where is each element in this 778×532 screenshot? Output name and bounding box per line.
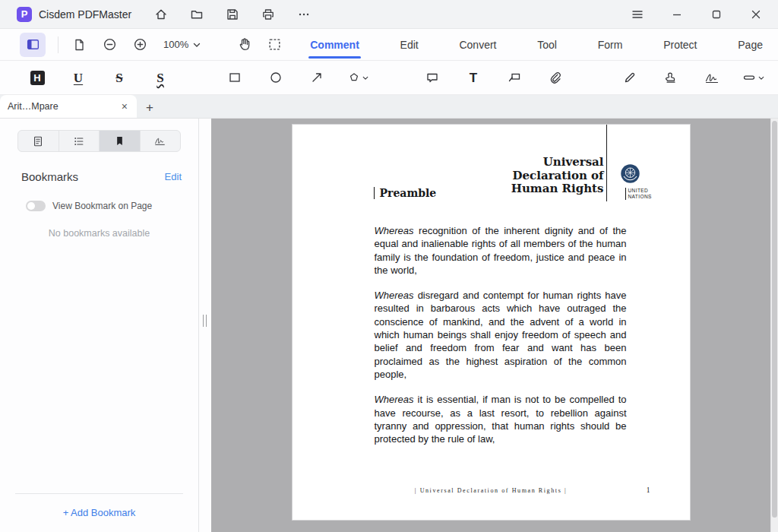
paragraph: Whereas it is essential, if man is not t… [375,393,627,445]
page-preview-button[interactable] [66,33,92,57]
save-button[interactable] [221,3,244,26]
more-options-button[interactable] [293,3,315,26]
view-bookmark-toggle[interactable] [26,201,46,211]
document-title: Universal Declaration of Human Rights [511,156,604,196]
rectangle-icon [228,71,242,84]
rectangle-tool-button[interactable] [223,65,246,90]
tab-convert[interactable]: Convert [454,29,501,60]
tab-form[interactable]: Form [593,29,628,60]
sidebar-panel-icon [26,37,40,52]
sidebar-header: Bookmarks Edit [21,170,182,183]
sidebar-gutter [199,119,211,532]
un-label-line: UNITED [628,188,652,194]
signature-panel-button[interactable] [141,131,181,151]
signature-tool-button[interactable] [701,65,723,90]
tab-comment[interactable]: Comment [305,29,364,60]
tab-page[interactable]: Page [733,29,767,60]
sidebar-resize-handle[interactable] [203,315,207,327]
callout-tool-button[interactable] [503,65,526,90]
outline-panel-button[interactable] [59,131,100,151]
arrow-tool-button[interactable] [305,65,328,90]
hamburger-icon [631,8,644,21]
open-file-button[interactable] [185,3,208,26]
strikethrough-tool-button[interactable]: S [108,65,131,90]
close-tab-icon[interactable]: × [122,101,128,112]
note-tool-button[interactable] [421,65,444,90]
text-tool-button[interactable]: T [462,65,485,90]
home-button[interactable] [150,3,172,26]
document-body: Whereas recognition of the inherent dign… [375,224,627,458]
tab-protect[interactable]: Protect [659,29,701,60]
hand-icon [237,37,251,52]
text-tool-icon: T [470,71,477,84]
document-title-line: Declaration of [511,169,604,183]
sidebar-panel-switcher [17,130,181,152]
more-dots-icon [297,8,311,21]
zoom-in-button[interactable] [127,33,153,57]
maximize-button[interactable] [705,3,728,26]
edit-bookmarks-link[interactable]: Edit [165,171,182,182]
app-window: P Cisdem PDFMaster [0,0,778,532]
zoom-out-button[interactable] [96,33,122,57]
page-footer: | Universal Declaration of Human Rights … [293,487,690,494]
document-title-line: Human Rights [511,182,604,196]
select-area-button[interactable] [261,33,287,57]
highlight-tool-button[interactable]: H [26,65,49,90]
polygon-icon [348,71,360,84]
main-menu-button[interactable] [626,3,649,26]
new-tab-button[interactable]: + [146,101,153,114]
tab-edit[interactable]: Edit [396,29,423,60]
toggle-sidebar-button[interactable] [20,33,46,57]
view-bookmark-label: View Bookmark on Page [52,201,152,211]
arrow-icon [310,71,324,84]
folder-icon [190,8,204,21]
ellipse-icon [269,71,283,84]
hand-tool-button[interactable] [231,33,257,57]
squiggly-underline-icon: S [157,71,163,84]
un-label-line: NATIONS [628,194,652,200]
minimize-icon [670,8,684,21]
scrollbar-thumb[interactable] [772,121,777,518]
line-tool-button[interactable] [742,65,764,90]
paragraph-text: disregard and contempt for human rights … [375,290,627,380]
sidebar-title: Bookmarks [21,170,78,183]
bookmarks-panel-button[interactable] [100,131,141,151]
preamble-heading: Preamble [374,187,437,199]
zoom-level-select[interactable]: 100% [157,33,207,57]
page-preview-icon [72,38,86,52]
stamp-tool-button[interactable] [659,65,682,90]
underline-tool-button[interactable]: U [67,65,90,90]
add-bookmark-button[interactable]: + Add Bookmark [0,494,198,532]
print-button[interactable] [257,3,280,26]
shapes-tool-button[interactable] [346,65,369,90]
pencil-tool-button[interactable] [618,65,641,90]
paragraph-lead: Whereas [375,290,414,301]
content-area: Bookmarks Edit View Bookmark on Page No … [0,119,778,532]
minimize-button[interactable] [666,3,688,26]
zoom-in-icon [133,37,147,52]
underline-icon: U [74,71,83,84]
attachment-tool-button[interactable] [544,65,567,90]
vertical-scrollbar[interactable] [770,119,778,532]
ellipse-tool-button[interactable] [264,65,287,90]
document-tab[interactable]: Arit…Mpare × [0,95,137,118]
signature-icon [704,71,719,84]
pdf-viewer: Preamble Universal Declaration of Human … [211,119,770,532]
thumbnails-panel-button[interactable] [18,131,59,151]
close-icon [749,8,763,21]
maximize-icon [710,8,723,21]
line-icon [742,71,756,84]
signature-panel-icon [153,135,166,147]
chevron-down-icon [758,75,764,81]
bookmarks-sidebar: Bookmarks Edit View Bookmark on Page No … [0,119,199,532]
close-button[interactable] [745,3,767,26]
un-label: UNITED NATIONS [625,188,652,200]
app-logo-letter: P [21,8,28,20]
zoom-out-icon [103,37,117,52]
squiggly-tool-button[interactable]: S [149,65,172,90]
paragraph-lead: Whereas [375,394,414,405]
paragraph-lead: Whereas [375,225,414,236]
titlebar: P Cisdem PDFMaster [0,0,778,29]
window-controls [609,3,767,26]
tab-tool[interactable]: Tool [533,29,561,60]
